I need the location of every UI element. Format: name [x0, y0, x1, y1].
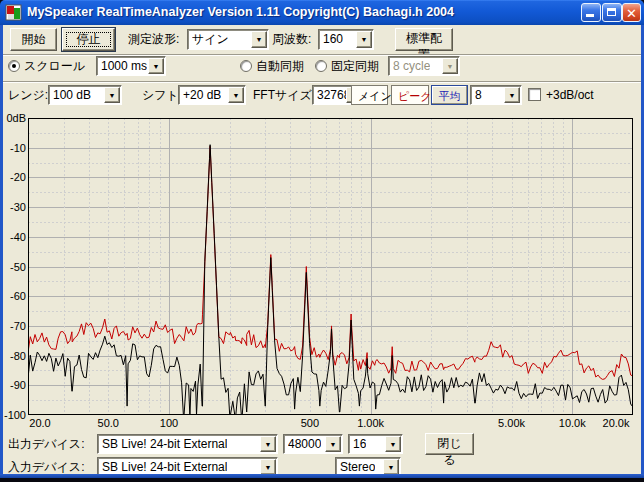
average-trace-toggle[interactable]: 平均 [431, 85, 468, 105]
y-tick-label: -80 [0, 350, 26, 362]
maximize-button[interactable] [602, 3, 622, 22]
chevron-down-icon[interactable]: ▼ [260, 459, 276, 475]
standard-layout-button[interactable]: 標準配置 [395, 28, 453, 51]
x-tick-label: 10.0k [559, 417, 586, 429]
chevron-down-icon[interactable]: ▼ [251, 31, 267, 48]
frequency-select[interactable]: 160 ▼ [318, 29, 374, 50]
output-device-label: 出力デバイス: [8, 434, 84, 454]
y-tick-label: 0dB [0, 112, 26, 124]
auto-sync-radio[interactable] [240, 60, 252, 72]
bit-depth-select[interactable]: 16 ▼ [348, 434, 403, 454]
window-title: MySpeaker RealTimeAnalyzer Version 1.11 … [27, 0, 454, 25]
auto-sync-label[interactable]: 自動同期 [256, 56, 304, 76]
x-tick-label: 20.0k [603, 417, 630, 429]
y-tick-label: -50 [0, 261, 26, 273]
scroll-interval-value: 1000 ms [101, 57, 147, 75]
close-button[interactable]: ✕ [622, 3, 641, 22]
minimize-button[interactable] [581, 3, 601, 22]
app-window: MySpeaker RealTimeAnalyzer Version 1.11 … [0, 0, 644, 482]
minimize-icon [586, 14, 594, 17]
y-tick-label: -40 [0, 231, 26, 243]
desktop-strip [0, 478, 644, 482]
chevron-down-icon[interactable]: ▼ [356, 31, 372, 48]
x-tick-label: 50.0 [98, 417, 119, 429]
chevron-down-icon[interactable]: ▼ [385, 436, 401, 452]
range-select[interactable]: 100 dB ▼ [48, 85, 122, 105]
range-value: 100 dB [53, 86, 91, 104]
3db-oct-label[interactable]: +3dB/oct [546, 84, 594, 106]
average-count-value: 8 [475, 86, 482, 104]
frequency-label: 周波数: [272, 28, 311, 51]
average-count-select[interactable]: 8 ▼ [470, 85, 522, 105]
3db-oct-checkbox[interactable] [528, 88, 541, 101]
y-tick-label: -70 [0, 320, 26, 332]
x-tick-label: 500 [301, 417, 319, 429]
x-tick-label: 20.0 [29, 417, 50, 429]
close-dialog-button[interactable]: 閉じる [425, 433, 474, 455]
scroll-interval-select[interactable]: 1000 ms ▼ [96, 56, 166, 76]
cycle-value: 8 cycle [393, 57, 430, 75]
scroll-label[interactable]: スクロール [24, 56, 85, 76]
waveform-label: 測定波形: [128, 28, 179, 51]
chevron-down-icon[interactable]: ▼ [325, 436, 341, 452]
x-tick-label: 100 [160, 417, 178, 429]
fixed-sync-label[interactable]: 固定同期 [331, 56, 379, 76]
y-tick-label: -10 [0, 142, 26, 154]
chevron-down-icon[interactable]: ▼ [148, 58, 164, 74]
chevron-down-icon[interactable]: ▼ [228, 87, 244, 103]
chevron-down-icon[interactable]: ▼ [260, 436, 276, 452]
shift-label: シフト: [142, 84, 182, 106]
waveform-value: サイン [192, 30, 229, 49]
fft-size-label: FFTサイズ: [253, 84, 315, 106]
bit-depth-value: 16 [353, 435, 366, 453]
x-tick-label: 5.00k [498, 417, 525, 429]
x-tick-label: 1.00k [357, 417, 384, 429]
peak-trace-toggle[interactable]: ピーク [391, 85, 429, 105]
chevron-down-icon[interactable]: ▼ [104, 87, 120, 103]
frequency-value: 160 [323, 30, 343, 49]
chevron-down-icon[interactable]: ▼ [383, 459, 399, 475]
sample-rate-value: 48000 [288, 435, 321, 453]
y-axis-labels: 0dB-10-20-30-40-50-60-70-80-90-100 [0, 0, 27, 431]
maximize-icon [607, 8, 616, 16]
shift-value: +20 dB [183, 86, 221, 104]
cycle-select: 8 cycle ▼ [388, 56, 460, 76]
main-trace-toggle[interactable]: メイン [351, 85, 388, 105]
y-tick-label: -20 [0, 171, 26, 183]
title-bar[interactable]: MySpeaker RealTimeAnalyzer Version 1.11 … [0, 0, 644, 25]
sample-rate-select[interactable]: 48000 ▼ [283, 434, 343, 454]
output-device-value: SB Live! 24-bit External [102, 435, 227, 453]
spectrum-plot [28, 118, 633, 415]
y-tick-label: -30 [0, 201, 26, 213]
x-axis-labels: 20.050.01005001.00k5.00k10.0k20.0k [0, 417, 644, 430]
stop-button[interactable]: 停止 [62, 28, 115, 51]
y-tick-label: -90 [0, 379, 26, 391]
waveform-select[interactable]: サイン ▼ [187, 29, 269, 50]
output-device-select[interactable]: SB Live! 24-bit External ▼ [97, 434, 278, 454]
y-tick-label: -60 [0, 290, 26, 302]
shift-select[interactable]: +20 dB ▼ [178, 85, 246, 105]
separator [3, 81, 641, 83]
chevron-down-icon[interactable]: ▼ [504, 87, 520, 103]
fixed-sync-radio[interactable] [315, 60, 327, 72]
chevron-down-icon: ▼ [442, 58, 458, 74]
close-icon: ✕ [626, 6, 637, 21]
